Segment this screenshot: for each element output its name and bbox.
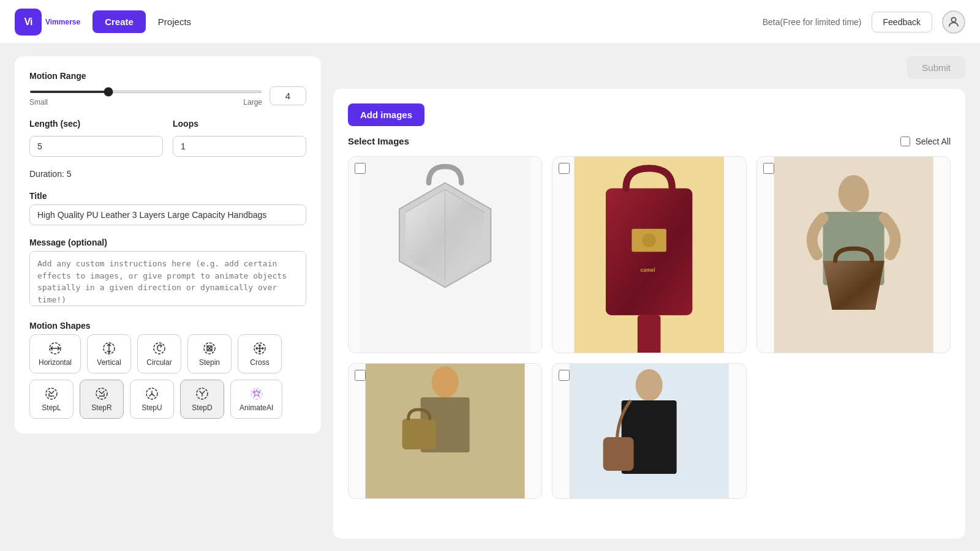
title-input[interactable]: High Quality PU Leather 3 Layers Large C… [29,204,306,225]
motion-range-section: Motion Range Small Large 4 [29,71,306,107]
image-1 [349,157,541,353]
add-images-button[interactable]: Add images [348,103,424,126]
shape-animateai[interactable]: AnimateAI [230,380,282,419]
bag-image-4 [349,364,541,498]
image-checkbox-4[interactable] [355,370,366,381]
image-checkbox-5[interactable] [559,370,570,381]
svg-rect-35 [402,419,436,449]
projects-nav[interactable]: Projects [158,17,191,27]
stepr-icon [94,386,109,401]
length-label: Length (sec) [29,119,163,129]
image-checkbox-3[interactable] [763,163,774,174]
message-label: Message (optional) [29,238,306,247]
image-4 [349,364,541,498]
image-5 [552,364,745,498]
motion-shapes-label: Motion Shapes [29,321,306,331]
settings-panel: Motion Range Small Large 4 Length (sec) … [15,56,321,433]
svg-point-28 [838,175,869,212]
image-card-2[interactable]: camel [552,156,746,353]
select-images-label: Select Images [348,136,409,146]
submit-button[interactable]: Submit [907,56,965,79]
image-checkbox-1[interactable] [355,163,366,174]
svg-marker-31 [823,261,884,310]
image-card-1[interactable] [348,156,542,353]
shapes-grid: Horizontal Vertical [29,334,306,419]
main-area: Motion Range Small Large 4 Length (sec) … [0,44,980,551]
svg-point-12 [258,391,260,392]
feedback-button[interactable]: Feedback [872,12,932,32]
image-2: camel [552,157,745,353]
cross-icon [252,341,267,356]
shape-stepl[interactable]: StepL [29,380,74,419]
image-3 [757,157,950,353]
loops-input[interactable]: 1 [173,136,306,157]
svg-rect-26 [638,315,661,353]
title-section: Title High Quality PU Leather 3 Layers L… [29,191,306,225]
image-card-5[interactable] [552,363,746,499]
small-label: Small [29,98,48,107]
length-loops-row: Length (sec) 5 Loops 1 [29,119,306,157]
svg-point-37 [636,369,663,401]
duration-display: Duration: 5 [29,169,306,179]
length-group: Length (sec) 5 [29,119,163,157]
horizontal-icon [48,341,62,356]
select-all-wrap[interactable]: Select All [900,137,951,146]
animateai-icon [249,386,264,401]
motion-range-label: Motion Range [29,71,306,81]
images-top-bar: Add images [348,103,951,126]
header-right: Beta(Free for limited time) Feedback [763,10,965,34]
logo-icon: Vi [15,9,42,36]
submit-row: Submit [333,56,965,79]
large-label: Large [243,98,262,107]
images-panel-container: Submit Add images Select Images Select A… [333,56,965,539]
loops-label: Loops [173,119,306,129]
create-button[interactable]: Create [92,10,146,33]
stepin-icon [202,341,217,356]
shape-vertical[interactable]: Vertical [87,334,131,373]
loops-group: Loops 1 [173,119,306,157]
stepl-icon [44,386,59,401]
svg-point-3 [154,343,165,354]
vertical-icon [102,341,116,356]
motion-range-value: 4 [270,86,306,105]
message-textarea[interactable] [29,251,306,306]
svg-point-33 [432,366,459,398]
shape-stepd[interactable]: StepD [180,380,224,419]
svg-text:camel: camel [641,267,655,273]
select-all-checkbox[interactable] [900,137,910,146]
svg-point-24 [643,233,657,247]
beta-badge: Beta(Free for limited time) [763,17,862,27]
shape-stepu[interactable]: StepU [130,380,174,419]
motion-shapes-section: Motion Shapes Horizontal Verti [29,321,306,419]
shape-stepr[interactable]: StepR [80,380,124,419]
svg-rect-39 [603,437,634,471]
bag-image-3 [757,157,950,353]
header: Vi Vimmerse Create Projects Beta(Free fo… [0,0,980,44]
length-input[interactable]: 5 [29,136,163,157]
logo-name: Vimmerse [45,18,80,26]
shape-stepin[interactable]: Stepin [187,334,232,373]
bag-image-1 [349,157,541,353]
bag-image-5 [552,364,745,498]
image-card-4[interactable] [348,363,542,499]
svg-point-11 [253,391,255,392]
image-checkbox-2[interactable] [559,163,570,174]
bag-image-2: camel [552,157,745,353]
circular-icon [152,341,167,356]
stepu-icon [145,386,159,401]
motion-range-slider[interactable] [29,91,262,93]
stepd-icon [195,386,209,401]
title-label: Title [29,191,306,201]
shape-horizontal[interactable]: Horizontal [29,334,81,373]
svg-point-0 [951,17,956,21]
shape-circular[interactable]: Circular [137,334,181,373]
shape-cross[interactable]: Cross [238,334,282,373]
image-card-3[interactable] [756,156,951,353]
message-section: Message (optional) [29,238,306,309]
images-panel: Add images Select Images Select All [333,89,965,539]
logo: Vi Vimmerse [15,9,80,36]
select-all-label: Select All [915,137,951,146]
select-images-row: Select Images Select All [348,136,951,146]
images-grid: camel [348,156,951,499]
user-avatar[interactable] [942,10,965,34]
